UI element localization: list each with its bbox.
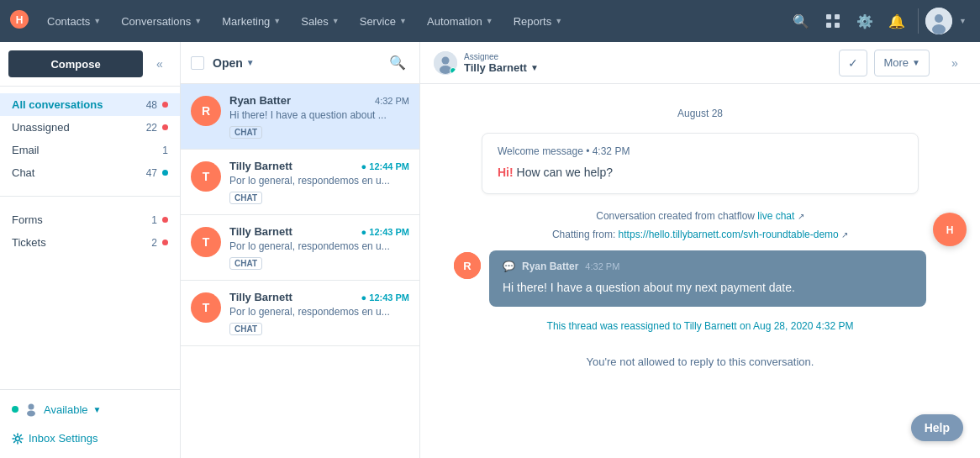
chat-body: August 28 Welcome message • 4:32 PM Hi! … xyxy=(420,84,980,458)
conversation-item[interactable]: R Ryan Batter 4:32 PM Hi there! I have a… xyxy=(181,84,419,150)
assignee-name[interactable]: Tilly Barnett ▼ xyxy=(464,61,539,74)
sidebar-count: 1 xyxy=(151,214,157,226)
notification-dot xyxy=(162,217,168,223)
nav-contacts[interactable]: Contacts ▼ xyxy=(39,0,109,42)
left-sidebar: Compose « All conversations 48 Unassigne… xyxy=(0,42,181,458)
sidebar-count: 1 xyxy=(162,145,168,156)
nav-divider xyxy=(918,8,919,34)
conversation-preview: Por lo general, respondemos en u... xyxy=(229,175,409,187)
available-dot xyxy=(12,406,18,413)
conversation-item[interactable]: T Tilly Barnett ● 12:43 PM Por lo genera… xyxy=(181,215,419,281)
help-button[interactable]: Help xyxy=(911,414,963,441)
nav-automation[interactable]: Automation ▼ xyxy=(419,0,502,42)
conversation-preview: Por lo general, respondemos en u... xyxy=(229,306,409,318)
welcome-message-bubble: Welcome message • 4:32 PM Hi! How can we… xyxy=(482,133,919,194)
conversation-time: ● 12:43 PM xyxy=(361,292,409,303)
conversation-tag: CHAT xyxy=(229,192,262,204)
contact-name: Tilly Barnett xyxy=(229,225,292,238)
svg-rect-4 xyxy=(826,23,831,28)
sidebar-item-email[interactable]: Email 1 xyxy=(0,139,180,161)
svg-text:H: H xyxy=(946,224,954,235)
chevron-down-icon: ▼ xyxy=(486,17,493,25)
header-actions: ✓ More ▼ » xyxy=(839,50,967,76)
compose-area: Compose « xyxy=(0,42,180,87)
user-avatar[interactable] xyxy=(925,8,952,34)
contact-name: Ryan Batter xyxy=(229,94,291,107)
sidebar-item-unassigned[interactable]: Unassigned 22 xyxy=(0,116,180,139)
search-icon[interactable]: 🔍 xyxy=(787,7,815,35)
svg-point-13 xyxy=(442,56,450,64)
bubble-text: Hi! How can we help? xyxy=(498,164,903,182)
svg-point-8 xyxy=(932,24,946,34)
hubspot-logo[interactable]: H xyxy=(10,10,29,33)
contact-avatar: T xyxy=(191,292,221,323)
chat-bubble-icon: 💬 xyxy=(503,261,515,272)
sidebar-item-forms[interactable]: Forms 1 xyxy=(0,208,180,231)
message-time: 4:32 PM xyxy=(585,261,619,271)
assignee-label: Assignee xyxy=(464,52,539,61)
hubspot-side-button[interactable]: H xyxy=(933,213,967,246)
svg-text:H: H xyxy=(16,13,24,25)
main-chat-panel: Assignee Tilly Barnett ▼ ✓ More ▼ » Augu… xyxy=(420,42,980,458)
svg-rect-3 xyxy=(835,14,840,19)
welcome-message-wrapper: Welcome message • 4:32 PM Hi! How can we… xyxy=(437,133,963,194)
conversation-item[interactable]: T Tilly Barnett ● 12:44 PM Por lo genera… xyxy=(181,150,419,215)
notifications-icon[interactable]: 🔔 xyxy=(883,7,911,35)
select-all-checkbox[interactable] xyxy=(191,56,204,70)
contact-avatar: T xyxy=(191,227,221,257)
sidebar-label: Email xyxy=(12,144,157,156)
sidebar-count: 2 xyxy=(151,237,157,249)
message-sender: Ryan Batter xyxy=(522,261,578,272)
compose-button[interactable]: Compose xyxy=(8,50,143,77)
inbox-settings-button[interactable]: Inbox Settings xyxy=(12,427,168,450)
more-options-button[interactable]: More ▼ xyxy=(874,50,930,76)
sidebar-item-chat[interactable]: Chat 47 xyxy=(0,161,180,184)
notification-dot xyxy=(162,170,168,176)
user-message-row: R 💬 Ryan Batter 4:32 PM Hi there! I have… xyxy=(437,250,963,307)
user-message-bubble: 💬 Ryan Batter 4:32 PM Hi there! I have a… xyxy=(489,250,926,307)
sidebar-item-tickets[interactable]: Tickets 2 xyxy=(0,231,180,254)
collapse-right-panel-button[interactable]: » xyxy=(943,51,967,75)
nav-marketing[interactable]: Marketing ▼ xyxy=(213,0,289,42)
sidebar-divider xyxy=(0,196,180,197)
sidebar-secondary-section: Forms 1 Tickets 2 xyxy=(0,202,180,261)
sidebar-item-all-conversations[interactable]: All conversations 48 xyxy=(0,93,180,116)
nav-conversations[interactable]: Conversations ▼ xyxy=(113,0,210,42)
sender-avatar: R xyxy=(454,252,481,279)
assignee-avatar xyxy=(434,51,457,75)
sidebar-label: Forms xyxy=(12,213,146,226)
availability-toggle[interactable]: Available ▼ xyxy=(12,398,168,420)
conversation-content: Ryan Batter 4:32 PM Hi there! I have a q… xyxy=(229,94,409,139)
conversation-item[interactable]: T Tilly Barnett ● 12:43 PM Por lo genera… xyxy=(181,281,419,346)
sidebar-count: 22 xyxy=(146,122,157,134)
svg-point-11 xyxy=(16,436,20,440)
user-menu-chevron[interactable]: ▼ xyxy=(956,0,970,42)
online-status-dot xyxy=(450,67,456,74)
sidebar-count: 47 xyxy=(146,167,157,179)
sidebar-label: All conversations xyxy=(12,98,141,111)
notification-dot xyxy=(162,240,168,245)
chevron-down-icon: ▼ xyxy=(93,17,101,25)
settings-icon[interactable]: ⚙️ xyxy=(851,7,879,35)
status-filter[interactable]: Open ▼ xyxy=(213,56,255,70)
date-divider: August 28 xyxy=(437,108,963,119)
sidebar-label: Tickets xyxy=(12,236,146,249)
chevron-down-icon: ▼ xyxy=(530,63,539,72)
chatflow-link[interactable]: live chat xyxy=(757,210,794,222)
search-conversations-button[interactable]: 🔍 xyxy=(386,51,409,75)
nav-reports[interactable]: Reports ▼ xyxy=(505,0,571,42)
sidebar-main-section: All conversations 48 Unassigned 22 Email… xyxy=(0,87,180,191)
sidebar-footer: Available ▼ Inbox Settings xyxy=(0,389,180,458)
nav-sales[interactable]: Sales ▼ xyxy=(292,0,347,42)
chevron-down-icon: ▼ xyxy=(246,58,255,67)
marketplace-icon[interactable] xyxy=(819,7,847,35)
gear-icon xyxy=(12,433,24,445)
external-link-icon: ↗ xyxy=(798,212,804,221)
bubble-meta: Welcome message • 4:32 PM xyxy=(498,145,903,157)
nav-service[interactable]: Service ▼ xyxy=(351,0,415,42)
resolve-button[interactable]: ✓ xyxy=(839,50,867,76)
contact-avatar: T xyxy=(191,161,221,192)
collapse-sidebar-button[interactable]: « xyxy=(148,52,171,76)
sidebar-count: 48 xyxy=(146,99,157,111)
chatting-from-link[interactable]: https://hello.tillybarnett.com/svh-round… xyxy=(619,229,839,240)
